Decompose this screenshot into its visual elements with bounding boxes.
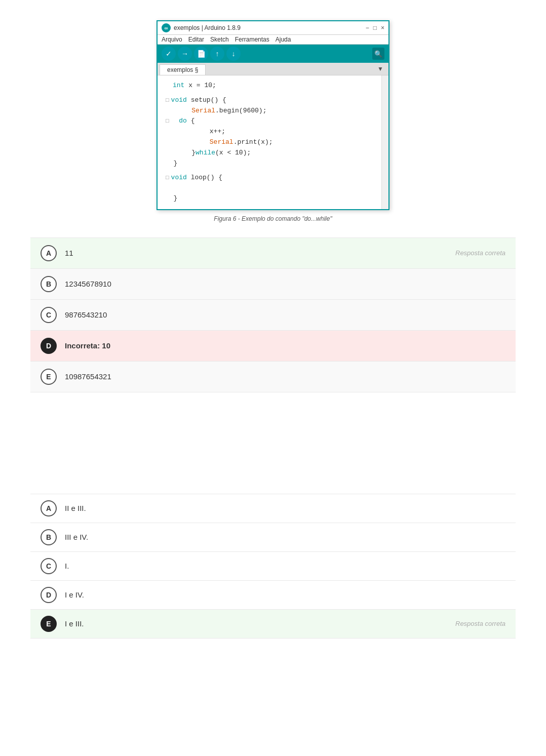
minimize-button[interactable]: − xyxy=(366,24,369,31)
arduino-ide-window: ∞ exemplos | Arduino 1.8.9 − □ × Arquivo… xyxy=(157,20,389,210)
answer2-option-c[interactable]: C I. xyxy=(30,552,516,581)
answer2-option-e[interactable]: E I e III. Resposta correta xyxy=(30,610,516,639)
question2-answers: A II e III. B III e IV. C I. D I e IV. E… xyxy=(30,494,516,639)
answer-option-c[interactable]: C 9876543210 xyxy=(30,300,516,331)
menu-sketch[interactable]: Sketch xyxy=(210,36,229,43)
arduino-titlebar: ∞ exemplos | Arduino 1.8.9 − □ × xyxy=(158,21,388,35)
answer2-option-b[interactable]: B III e IV. xyxy=(30,523,516,552)
open-button[interactable]: ↑ xyxy=(210,47,224,61)
answer-option-a[interactable]: A 11 Resposta correta xyxy=(30,237,516,269)
answer2-option-d[interactable]: D I e IV. xyxy=(30,581,516,610)
answer-option-d[interactable]: D Incorreta: 10 xyxy=(30,331,516,362)
search-icon[interactable]: 🔍 xyxy=(372,48,384,60)
tab-exemplos[interactable]: exemplos § xyxy=(160,64,206,75)
answer-letter-e: E xyxy=(41,369,57,385)
answer2-letter-d: D xyxy=(41,587,57,603)
fold-setup[interactable]: □ xyxy=(166,96,169,105)
arduino-toolbar: ✓ → 📄 ↑ ↓ 🔍 xyxy=(158,45,388,63)
menu-arquivo[interactable]: Arquivo xyxy=(162,36,182,43)
answer2-text-a: II e III. xyxy=(65,504,505,512)
answer-letter-a: A xyxy=(41,245,57,261)
code-line-loop: □ void loop() { xyxy=(166,173,380,183)
answer2-badge-e: Resposta correta xyxy=(455,620,505,627)
menu-ferramentas[interactable]: Ferramentas xyxy=(235,36,269,43)
keyword-do: do xyxy=(179,116,187,127)
answer2-letter-b: B xyxy=(41,529,57,545)
answer2-text-e: I e III. xyxy=(65,619,455,628)
arduino-menubar: Arquivo Editar Sketch Ferramentas Ajuda xyxy=(158,35,388,45)
code-text: x++; xyxy=(210,127,225,137)
code-text: { xyxy=(191,116,195,127)
code-line-serial-begin: Serial.begin(9600); xyxy=(176,106,380,116)
save-button[interactable]: ↓ xyxy=(226,47,241,61)
answer-letter-c: C xyxy=(41,307,57,323)
code-line-1: int x = 10; xyxy=(166,81,380,91)
keyword-while: while xyxy=(196,148,215,158)
new-button[interactable]: 📄 xyxy=(194,47,208,61)
code-text: (x < 10); xyxy=(215,148,251,158)
window-title: exemplos | Arduino 1.8.9 xyxy=(174,24,241,31)
code-line-serial-print: Serial.print(x); xyxy=(186,137,380,148)
figure-caption: Figura 6 - Exemplo do comando "do...whil… xyxy=(30,215,516,222)
code-text: .print(x); xyxy=(233,137,273,148)
menu-editar[interactable]: Editar xyxy=(188,36,204,43)
answer-letter-d: D xyxy=(41,338,57,354)
code-text: } xyxy=(174,193,178,204)
keyword-void2: void xyxy=(171,173,187,183)
tab-dropdown-arrow[interactable]: ▼ xyxy=(374,64,386,74)
code-line-setup: □ void setup() { xyxy=(166,95,380,106)
code-text: .begin(9600); xyxy=(215,106,266,116)
answer-text-e: 10987654321 xyxy=(65,372,505,381)
code-text: loop() { xyxy=(191,173,222,183)
answer2-text-b: III e IV. xyxy=(65,533,505,541)
answer-text-b: 12345678910 xyxy=(65,280,505,288)
answer2-text-c: I. xyxy=(65,562,505,570)
answer-option-e[interactable]: E 10987654321 xyxy=(30,362,516,392)
answer2-letter-e: E xyxy=(41,616,57,632)
close-button[interactable]: × xyxy=(381,24,384,31)
answer-letter-b: B xyxy=(41,276,57,292)
keyword-int: int xyxy=(173,81,184,91)
code-line-while: } while (x < 10); xyxy=(176,148,380,158)
fold-loop[interactable]: □ xyxy=(166,174,169,183)
answer-text-c: 9876543210 xyxy=(65,310,505,319)
answer-text-d: Incorreta: 10 xyxy=(65,341,505,350)
code-serial2: Serial xyxy=(210,137,233,148)
answer-badge-a: Resposta correta xyxy=(455,249,505,257)
upload-button[interactable]: → xyxy=(178,47,192,61)
maximize-button[interactable]: □ xyxy=(373,24,377,31)
code-text: setup() { xyxy=(191,95,226,106)
code-line-xpp: x++; xyxy=(186,127,380,137)
code-serial: Serial xyxy=(191,106,215,116)
answer2-letter-c: C xyxy=(41,558,57,574)
answer2-text-d: I e IV. xyxy=(65,590,505,599)
code-text: } xyxy=(174,158,178,169)
arduino-app-icon: ∞ xyxy=(162,23,171,32)
code-editor: int x = 10; □ void setup() { Serial.begi… xyxy=(158,75,388,209)
answer2-letter-a: A xyxy=(41,500,57,516)
keyword-void: void xyxy=(171,95,187,106)
scrollbar[interactable] xyxy=(381,75,388,209)
code-line-do: □ do { xyxy=(166,116,380,127)
code-text: x = 10; xyxy=(188,81,216,91)
answer-text-a: 11 xyxy=(65,249,455,257)
code-line-close-loop: } xyxy=(166,193,380,204)
answer2-option-a[interactable]: A II e III. xyxy=(30,494,516,523)
question1-answers: A 11 Resposta correta B 12345678910 C 98… xyxy=(30,237,516,392)
window-controls[interactable]: − □ × xyxy=(366,24,384,31)
code-line-close-setup: } xyxy=(166,158,380,169)
fold-do[interactable]: □ xyxy=(166,117,169,126)
menu-ajuda[interactable]: Ajuda xyxy=(276,36,291,43)
verify-button[interactable]: ✓ xyxy=(162,47,176,61)
answer-option-b[interactable]: B 12345678910 xyxy=(30,269,516,300)
code-text: } xyxy=(191,148,196,158)
spacer xyxy=(30,392,516,484)
arduino-tabs: exemplos § ▼ xyxy=(158,63,388,75)
